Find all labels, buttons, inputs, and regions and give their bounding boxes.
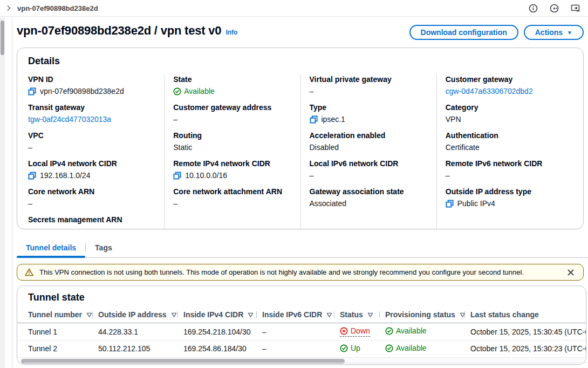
field-label: VPC <box>28 131 156 140</box>
field-local-ipv6-cidr: Local IPv6 network CIDR – <box>310 159 429 180</box>
copy-icon[interactable] <box>28 87 36 96</box>
field-value: Public IPv4 <box>457 199 495 208</box>
field-vpn-id: VPN ID vpn-07ef90898bd238e2d <box>28 75 156 96</box>
copy-icon[interactable] <box>446 200 454 208</box>
status-down-badge[interactable]: Down <box>340 326 370 337</box>
tab-tags[interactable]: Tags <box>86 240 121 257</box>
field-value: Certificate <box>446 142 565 152</box>
actions-button[interactable]: Actions ▼ <box>524 25 584 40</box>
field-value: vpn-07ef90898bd238e2d <box>40 86 124 96</box>
field-label: Customer gateway <box>446 75 565 84</box>
field-acceleration-enabled: Acceleration enabled Disabled <box>310 131 429 152</box>
tab-label: Tags <box>95 243 112 252</box>
top-navigation-bar: vpn-07ef90898bd238e2d <box>0 0 588 17</box>
main-content-panel: vpn-07ef90898bd238e2d / vpn test v0 Info… <box>12 17 588 368</box>
cell-inside-ipv6: – <box>257 340 334 357</box>
tab-bar: Tunnel details Tags <box>17 240 588 258</box>
customer-gateway-link[interactable]: cgw-0d47a63306702dbd2 <box>446 86 533 96</box>
field-label: Routing <box>173 131 292 140</box>
column-header-provisioning-status[interactable]: Provisioning status <box>380 308 465 323</box>
details-column-3: Virtual private gateway – Type ipsec.1 A… <box>300 75 436 229</box>
status-up-badge: Up <box>340 344 360 352</box>
filter-icon <box>86 312 92 318</box>
close-icon[interactable] <box>566 268 576 277</box>
filter-icon <box>248 312 254 318</box>
field-customer-gateway-address: Customer gateway address – <box>173 103 292 124</box>
table-row-tunnel-2: Tunnel 2 50.112.212.105 169.254.86.184/3… <box>17 340 586 357</box>
field-label: Core network attachment ARN <box>173 187 292 196</box>
cell-last-status-change: October 15, 2025, 15:30:45 (UTC-0 <box>465 323 586 340</box>
field-label: Category <box>446 103 565 112</box>
status-label: Up <box>351 344 360 352</box>
download-configuration-button[interactable]: Download configuration <box>409 25 518 40</box>
field-type: Type ipsec.1 <box>310 103 429 124</box>
details-column-1: VPN ID vpn-07ef90898bd238e2d Transit gat… <box>28 75 164 229</box>
field-label: Gateway association state <box>310 187 429 196</box>
filter-icon <box>367 312 373 318</box>
transit-gateway-link[interactable]: tgw-0af24cd477032013a <box>28 114 111 124</box>
provisioning-status-badge: Available <box>385 344 427 352</box>
info-link[interactable]: Info <box>225 29 237 36</box>
field-category: Category VPN <box>446 103 565 124</box>
status-label: Down <box>351 326 370 335</box>
settings-icon[interactable] <box>550 4 559 13</box>
vertical-scrollbar-thumb[interactable] <box>1 21 4 55</box>
field-gateway-association-state: Gateway association state Associated <box>310 187 429 208</box>
field-remote-ipv6-cidr: Remote IPv6 network CIDR – <box>446 159 565 180</box>
field-label: Virtual private gateway <box>310 75 429 84</box>
field-value: – <box>446 171 565 180</box>
bottom-divider <box>24 363 588 363</box>
details-column-4: Customer gateway cgw-0d47a63306702dbd2 C… <box>436 75 572 229</box>
field-value: 192.168.1.0/24 <box>40 171 90 180</box>
copy-icon[interactable] <box>28 172 36 180</box>
field-label: Type <box>310 103 429 112</box>
breadcrumb-chevron-icon <box>5 5 12 11</box>
field-label: Local IPv4 network CIDR <box>28 159 156 168</box>
cell-last-status-change: October 15, 2025, 15:30:23 (UTC-0 <box>465 340 586 357</box>
success-icon <box>173 87 181 96</box>
cell-inside-ipv4: 169.254.218.104/30 <box>178 323 257 340</box>
column-header-status[interactable]: Status <box>334 308 380 323</box>
field-value: – <box>173 114 292 124</box>
field-label: Outside IP address type <box>446 187 565 196</box>
status-label: Available <box>396 326 427 335</box>
column-header-inside-ipv6[interactable]: Inside IPv6 CIDR <box>257 308 334 323</box>
status-label: Available <box>396 344 427 352</box>
state-status: Available <box>173 86 215 96</box>
warning-text: This VPN connection is not using both tu… <box>39 268 524 276</box>
filter-icon <box>326 312 332 318</box>
field-state: State Available <box>173 75 292 96</box>
success-icon <box>340 344 348 352</box>
field-label: Transit gateway <box>28 103 156 112</box>
column-header-label: Inside IPv6 CIDR <box>262 310 322 319</box>
column-header-outside-ip[interactable]: Outside IP address <box>93 308 178 323</box>
copy-icon[interactable] <box>173 172 181 180</box>
column-header-label: Provisioning status <box>385 310 455 319</box>
tunnel-state-heading: Tunnel state <box>17 292 586 303</box>
field-local-ipv4-cidr: Local IPv4 network CIDR 192.168.1.0/24 <box>28 159 156 180</box>
column-header-last-status-change[interactable]: Last status change <box>465 308 586 323</box>
feedback-icon[interactable] <box>571 4 580 12</box>
tab-tunnel-details[interactable]: Tunnel details <box>17 240 85 257</box>
actions-button-label: Actions <box>535 28 563 37</box>
vertical-scrollbar-track[interactable] <box>0 17 5 368</box>
column-header-label: Outside IP address <box>98 310 167 319</box>
field-label: Local IPv6 network CIDR <box>310 159 429 168</box>
table-row-tunnel-1: Tunnel 1 44.228.33.1 169.254.218.104/30 … <box>17 323 586 340</box>
warning-banner: This VPN connection is not using both tu… <box>17 264 584 281</box>
info-icon[interactable] <box>529 4 538 13</box>
field-virtual-private-gateway: Virtual private gateway – <box>310 75 429 96</box>
table-header-row: Tunnel number Outside IP address Inside … <box>17 308 586 323</box>
tunnel-state-card: Tunnel state Tunnel number Outside IP ad… <box>17 285 586 365</box>
filter-icon <box>171 312 177 318</box>
column-header-tunnel-number[interactable]: Tunnel number <box>17 308 93 323</box>
column-header-inside-ipv4[interactable]: Inside IPv4 CIDR <box>178 308 257 323</box>
details-heading: Details <box>28 56 572 67</box>
field-label: Core network ARN <box>28 187 156 196</box>
warning-icon <box>25 268 33 276</box>
field-value: – <box>173 199 292 208</box>
field-label: Remote IPv4 network CIDR <box>173 159 292 168</box>
copy-icon[interactable] <box>310 115 318 124</box>
field-value: – <box>28 142 156 152</box>
details-grid: VPN ID vpn-07ef90898bd238e2d Transit gat… <box>28 75 572 229</box>
